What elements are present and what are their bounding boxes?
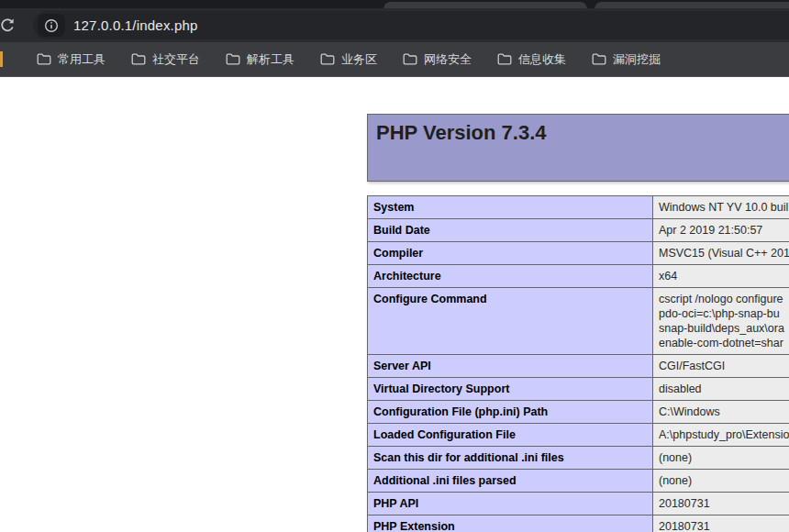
bookmark-folder-label: 漏洞挖掘 [613, 51, 661, 68]
info-row-label: Loaded Configuration File [368, 424, 653, 447]
info-row-label: Configuration File (php.ini) Path [368, 401, 653, 424]
web-page-content: PHP Version 7.3.4 SystemWindows NT YV 10… [0, 77, 789, 532]
folder-icon [320, 53, 335, 65]
bookmark-folder-label: 解析工具 [247, 51, 294, 68]
info-row: PHP Extension20180731 [368, 515, 789, 532]
bookmark-folder-label: 网络安全 [424, 51, 472, 68]
url-text: 127.0.0.1/index.php [73, 17, 198, 33]
info-row-value: disabled [653, 378, 789, 401]
bookmarks-bar: 常用工具社交平台解析工具业务区网络安全信息收集漏洞挖掘 [0, 42, 789, 77]
info-row-label: Server API [368, 355, 653, 378]
tab-strip [0, 0, 789, 8]
info-row: Server APICGI/FastCGI [368, 355, 789, 378]
bookmark-folder-label: 常用工具 [58, 51, 106, 68]
info-row: Scan this dir for additional .ini files(… [368, 447, 789, 470]
reload-icon [0, 17, 17, 35]
info-row: Architecturex64 [368, 265, 789, 288]
info-row-value: 20180731 [653, 515, 789, 532]
info-row: Loaded Configuration FileA:\phpstudy_pro… [368, 424, 789, 447]
info-row-label: System [368, 196, 653, 219]
bookmark-folder[interactable]: 社交平台 [126, 49, 206, 71]
info-row: Virtual Directory Supportdisabled [368, 378, 789, 401]
info-row-label: Build Date [368, 219, 653, 242]
page-title: PHP Version 7.3.4 [368, 115, 789, 151]
info-row-label: Virtual Directory Support [368, 378, 653, 401]
info-row: PHP API20180731 [368, 493, 789, 515]
info-row-value: CGI/FastCGI [653, 355, 789, 378]
browser-tab[interactable] [383, 2, 587, 8]
info-row-value: (none) [653, 447, 789, 470]
info-row: Additional .ini files parsed(none) [368, 470, 789, 493]
info-row-value: MSVC15 (Visual C++ 201 [653, 242, 789, 265]
info-row: Build DateApr 2 2019 21:50:57 [368, 219, 789, 242]
info-row-value: cscript /nologo configure pdo-oci=c:\php… [653, 288, 789, 355]
bookmark-folder[interactable]: 信息收集 [492, 49, 572, 71]
info-icon [44, 18, 59, 33]
bookmark-folder-label: 业务区 [341, 51, 377, 68]
info-row-value: x64 [653, 265, 789, 288]
info-row-value: Apr 2 2019 21:50:57 [653, 219, 789, 242]
info-row-value: A:\phpstudy_pro\Extensio [653, 424, 789, 447]
info-row-label: Additional .ini files parsed [368, 470, 653, 493]
browser-toolbar: 127.0.0.1/index.php [0, 8, 789, 42]
info-row-label: Configure Command [368, 288, 653, 355]
clipped-bookmark-favicon[interactable] [0, 51, 3, 67]
info-row: SystemWindows NT YV 10.0 buil [368, 196, 789, 219]
info-row: Configuration File (php.ini) PathC:\Wind… [368, 401, 789, 424]
bookmark-folder[interactable]: 解析工具 [220, 49, 300, 71]
bookmark-folder[interactable]: 漏洞挖掘 [586, 49, 666, 71]
info-row-value: (none) [653, 470, 789, 493]
bookmark-folder-label: 社交平台 [152, 51, 200, 68]
info-row: Configure Commandcscript /nologo configu… [368, 288, 789, 355]
bookmark-folder[interactable]: 网络安全 [397, 49, 477, 71]
phpinfo-table: SystemWindows NT YV 10.0 builBuild DateA… [367, 195, 789, 532]
info-row-label: Scan this dir for additional .ini files [368, 447, 653, 470]
phpinfo-header-box: PHP Version 7.3.4 [367, 114, 789, 182]
folder-icon [497, 53, 512, 65]
folder-icon [37, 53, 51, 65]
folder-icon [226, 53, 240, 65]
bookmark-folder[interactable]: 常用工具 [31, 49, 111, 71]
info-row-label: PHP Extension [368, 515, 653, 532]
url-bar[interactable]: 127.0.0.1/index.php [33, 11, 789, 39]
bookmark-folder[interactable]: 业务区 [315, 49, 383, 71]
info-row-label: Architecture [368, 265, 653, 288]
folder-icon [131, 53, 146, 65]
bookmarks-bar-items: 常用工具社交平台解析工具业务区网络安全信息收集漏洞挖掘 [31, 42, 666, 76]
phpinfo-report: PHP Version 7.3.4 SystemWindows NT YV 10… [367, 114, 789, 532]
reload-button[interactable] [0, 16, 18, 36]
browser-tab[interactable] [595, 2, 789, 8]
folder-icon [403, 53, 417, 65]
folder-icon [592, 53, 606, 65]
info-row: CompilerMSVC15 (Visual C++ 201 [368, 242, 789, 265]
site-info-button[interactable] [38, 14, 65, 37]
info-row-value: Windows NT YV 10.0 buil [653, 196, 789, 219]
info-row-value: C:\Windows [653, 401, 789, 424]
info-row-label: PHP API [368, 493, 653, 515]
bookmark-folder-label: 信息收集 [518, 51, 566, 68]
info-row-value: 20180731 [653, 493, 789, 515]
phpinfo-table-body: SystemWindows NT YV 10.0 builBuild DateA… [368, 196, 789, 532]
info-row-label: Compiler [368, 242, 653, 265]
